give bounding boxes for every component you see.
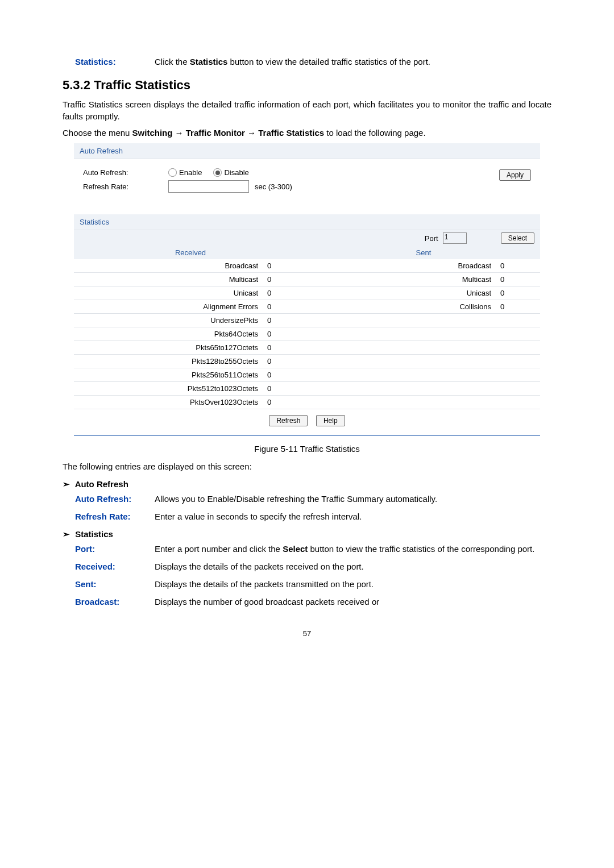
refresh-rate-hint: sec (3-300) — [255, 182, 292, 191]
entry-text: Displays the details of the packets rece… — [155, 562, 551, 571]
section-heading: 5.3.2 Traffic Statistics — [63, 78, 551, 93]
sent-row-label — [307, 355, 496, 368]
statistics-panel-title: Statistics — [74, 214, 540, 230]
apply-button[interactable]: Apply — [499, 169, 531, 181]
auto-refresh-panel-title: Auto Refresh — [74, 143, 540, 159]
separator — [74, 435, 540, 436]
received-row-label: Pkts512to1023Octets — [74, 382, 263, 396]
received-row-label: Alignment Errors — [74, 300, 263, 314]
entry-label: Sent: — [75, 579, 155, 589]
port-input[interactable]: 1 — [443, 232, 467, 244]
received-row-value: 0 — [263, 396, 307, 409]
sent-row-value — [496, 368, 540, 382]
sent-row-label — [307, 382, 496, 396]
received-row-value: 0 — [263, 382, 307, 396]
sent-row-value — [496, 382, 540, 396]
sent-row-value — [496, 355, 540, 368]
received-row-value: 0 — [263, 368, 307, 382]
entry-label: Refresh Rate: — [75, 512, 155, 521]
received-row-label: Pkts64Octets — [74, 327, 263, 341]
received-row-value: 0 — [263, 259, 307, 273]
sent-row-value — [496, 396, 540, 409]
page-number: 57 — [63, 629, 551, 638]
received-row-value: 0 — [263, 314, 307, 327]
section1-title: Auto Refresh — [75, 479, 128, 489]
sent-row-value — [496, 327, 540, 341]
menu-path: Choose the menu Switching → Traffic Moni… — [63, 127, 551, 139]
entry-text: Allows you to Enable/Disable refreshing … — [155, 494, 551, 504]
received-row-value: 0 — [263, 327, 307, 341]
entries-intro: The following entries are displayed on t… — [63, 460, 551, 472]
enable-radio[interactable]: Enable — [168, 168, 202, 177]
sent-row-label — [307, 327, 496, 341]
sent-row-label — [307, 314, 496, 327]
intro-paragraph: Traffic Statistics screen displays the d… — [63, 98, 551, 122]
help-button[interactable]: Help — [316, 415, 345, 426]
statistics-table: Received Sent Broadcast0Broadcast0Multic… — [74, 246, 540, 409]
entry-text: Displays the number of good broadcast pa… — [155, 597, 551, 607]
disable-radio[interactable]: Disable — [213, 168, 248, 177]
sent-row-value — [496, 341, 540, 355]
received-row-label: Pkts65to127Octets — [74, 341, 263, 355]
received-header: Received — [74, 246, 307, 259]
figure-caption: Figure 5-11 Traffic Statistics — [63, 444, 551, 454]
received-row-label: Pkts128to255Octets — [74, 355, 263, 368]
sent-row-value: 0 — [496, 286, 540, 300]
sent-row-label: Multicast — [307, 273, 496, 286]
sent-row-label — [307, 368, 496, 382]
statistics-top-text: Click the Statistics button to view the … — [155, 57, 551, 67]
sent-row-value: 0 — [496, 273, 540, 286]
sent-row-label — [307, 341, 496, 355]
entry-label: Received: — [75, 562, 155, 571]
received-row-value: 0 — [263, 300, 307, 314]
received-row-value: 0 — [263, 355, 307, 368]
sent-row-label: Collisions — [307, 300, 496, 314]
port-label: Port — [425, 234, 438, 243]
received-row-value: 0 — [263, 273, 307, 286]
refresh-rate-input[interactable] — [168, 180, 249, 193]
refresh-button[interactable]: Refresh — [269, 415, 308, 426]
received-row-label: UndersizePkts — [74, 314, 263, 327]
select-button[interactable]: Select — [501, 232, 534, 244]
sent-row-value: 0 — [496, 300, 540, 314]
chevron-right-icon: ➢ — [63, 479, 73, 489]
entry-label: Port: — [75, 544, 155, 554]
chevron-right-icon: ➢ — [63, 529, 73, 539]
sent-header: Sent — [307, 246, 540, 259]
entry-text: Displays the details of the packets tran… — [155, 579, 551, 589]
statistics-panel: Statistics Port 1 Select Received Sent B… — [74, 214, 540, 426]
received-row-label: Unicast — [74, 286, 263, 300]
received-row-value: 0 — [263, 341, 307, 355]
received-row-label: Pkts256to511Octets — [74, 368, 263, 382]
auto-refresh-label: Auto Refresh: — [83, 168, 168, 177]
sent-row-label — [307, 396, 496, 409]
sent-row-label: Unicast — [307, 286, 496, 300]
sent-row-label: Broadcast — [307, 259, 496, 273]
received-row-label: PktsOver1023Octets — [74, 396, 263, 409]
entry-label: Auto Refresh: — [75, 494, 155, 504]
auto-refresh-panel: Auto Refresh Auto Refresh: Enable Disabl… — [74, 143, 540, 205]
received-row-label: Broadcast — [74, 259, 263, 273]
entry-text: Enter a port number and click the Select… — [155, 544, 551, 554]
received-row-value: 0 — [263, 286, 307, 300]
entry-text: Enter a value in seconds to specify the … — [155, 512, 551, 521]
entry-label: Broadcast: — [75, 597, 155, 607]
sent-row-value — [496, 314, 540, 327]
refresh-rate-label: Refresh Rate: — [83, 182, 168, 191]
sent-row-value: 0 — [496, 259, 540, 273]
section2-title: Statistics — [75, 529, 113, 539]
received-row-label: Multicast — [74, 273, 263, 286]
statistics-top-label: Statistics: — [75, 57, 155, 67]
